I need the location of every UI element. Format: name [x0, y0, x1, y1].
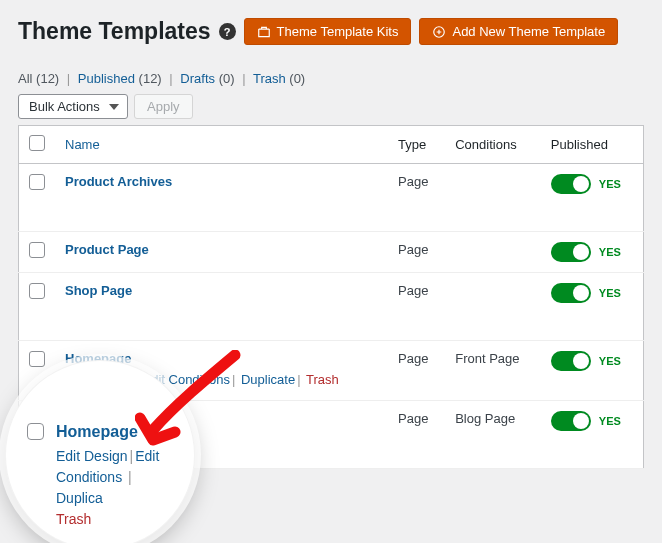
col-header-type: Type: [388, 126, 445, 164]
table-row: Shop Page Page YES: [19, 273, 644, 341]
bulk-actions-select[interactable]: Bulk Actions: [18, 94, 128, 119]
help-icon[interactable]: ?: [219, 23, 236, 40]
bulk-actions-row: Bulk Actions Apply: [18, 94, 644, 119]
kits-button-label: Theme Template Kits: [277, 24, 399, 39]
publish-toggle[interactable]: [551, 351, 591, 371]
row-checkbox[interactable]: [29, 283, 45, 299]
plus-circle-icon: [432, 25, 446, 39]
row-checkbox[interactable]: [29, 174, 45, 190]
col-header-name[interactable]: Name: [55, 126, 388, 164]
publish-toggle[interactable]: [551, 411, 591, 431]
col-header-published: Published: [541, 126, 644, 164]
action-duplicate[interactable]: Duplicate: [241, 372, 295, 387]
row-checkbox[interactable]: [29, 242, 45, 258]
action-edit-design[interactable]: Edit Design: [56, 448, 128, 464]
col-header-conditions: Conditions: [445, 126, 541, 164]
publish-toggle[interactable]: [551, 242, 591, 262]
filter-trash[interactable]: Trash (0): [253, 71, 305, 86]
template-title-link[interactable]: Homepage: [56, 420, 173, 444]
table-row: Product Archives Page YES: [19, 164, 644, 232]
page-header: Theme Templates ? Theme Template Kits Ad…: [18, 18, 644, 45]
publish-toggle[interactable]: [551, 174, 591, 194]
row-checkbox[interactable]: [27, 423, 44, 440]
row-checkbox[interactable]: [29, 351, 45, 367]
add-new-template-button[interactable]: Add New Theme Template: [419, 18, 618, 45]
template-title-link[interactable]: Product Page: [65, 242, 149, 257]
filter-all[interactable]: All (12): [18, 71, 59, 86]
template-title-link[interactable]: Product Archives: [65, 174, 172, 189]
filter-drafts[interactable]: Drafts (0): [180, 71, 234, 86]
publish-label: YES: [599, 415, 621, 427]
bulk-apply-button[interactable]: Apply: [134, 94, 193, 119]
filter-published[interactable]: Published (12): [78, 71, 162, 86]
action-trash[interactable]: Trash: [306, 372, 339, 387]
publish-label: YES: [599, 246, 621, 258]
status-filter-bar: All (12) | Published (12) | Drafts (0) |…: [18, 71, 644, 86]
theme-template-kits-button[interactable]: Theme Template Kits: [244, 18, 412, 45]
publish-label: YES: [599, 355, 621, 367]
template-title-link[interactable]: Shop Page: [65, 283, 132, 298]
page-title: Theme Templates: [18, 18, 211, 45]
select-all-checkbox[interactable]: [29, 135, 45, 151]
publish-toggle[interactable]: [551, 283, 591, 303]
table-row: Product Page Page YES: [19, 232, 644, 273]
publish-label: YES: [599, 178, 621, 190]
kits-icon: [257, 25, 271, 39]
publish-label: YES: [599, 287, 621, 299]
add-button-label: Add New Theme Template: [452, 24, 605, 39]
